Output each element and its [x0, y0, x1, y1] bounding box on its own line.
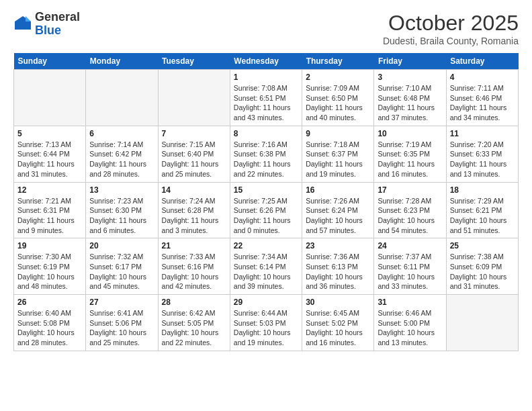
page-container: General Blue October 2025 Dudesti, Brail… [0, 0, 532, 358]
calendar-cell: 18Sunrise: 7:29 AM Sunset: 6:21 PM Dayli… [446, 182, 518, 238]
header-wednesday: Wednesday [230, 53, 302, 70]
day-number: 21 [162, 241, 226, 250]
calendar-cell [446, 295, 518, 351]
day-number: 20 [89, 241, 154, 250]
calendar-cell: 14Sunrise: 7:24 AM Sunset: 6:28 PM Dayli… [158, 182, 230, 238]
cell-info: Sunrise: 7:13 AM Sunset: 6:44 PM Dayligh… [17, 140, 82, 179]
day-number: 22 [234, 241, 298, 250]
calendar-week-5: 26Sunrise: 6:40 AM Sunset: 5:08 PM Dayli… [14, 295, 519, 351]
day-number: 10 [378, 129, 442, 138]
calendar-cell: 22Sunrise: 7:34 AM Sunset: 6:14 PM Dayli… [230, 238, 302, 295]
calendar-cell [86, 70, 158, 126]
month-title: October 2025 [383, 11, 519, 36]
svg-marker-1 [26, 16, 31, 21]
cell-info: Sunrise: 6:45 AM Sunset: 5:02 PM Dayligh… [306, 308, 370, 348]
header: General Blue October 2025 Dudesti, Brail… [13, 11, 519, 46]
day-number: 31 [378, 298, 442, 307]
day-number: 26 [17, 298, 82, 307]
cell-info: Sunrise: 7:20 AM Sunset: 6:33 PM Dayligh… [450, 140, 515, 179]
header-saturday: Saturday [446, 53, 518, 70]
calendar-cell: 21Sunrise: 7:33 AM Sunset: 6:16 PM Dayli… [158, 238, 230, 295]
calendar-cell [158, 70, 230, 126]
header-monday: Monday [86, 53, 158, 70]
logo-blue: Blue [35, 24, 61, 37]
cell-info: Sunrise: 7:36 AM Sunset: 6:13 PM Dayligh… [306, 252, 370, 291]
cell-info: Sunrise: 7:09 AM Sunset: 6:50 PM Dayligh… [306, 83, 370, 123]
calendar-cell: 2Sunrise: 7:09 AM Sunset: 6:50 PM Daylig… [302, 70, 374, 126]
day-number: 5 [17, 129, 82, 138]
day-number: 18 [450, 185, 515, 195]
calendar-cell: 15Sunrise: 7:25 AM Sunset: 6:26 PM Dayli… [230, 182, 302, 238]
calendar-week-4: 19Sunrise: 7:30 AM Sunset: 6:19 PM Dayli… [14, 238, 519, 295]
day-number: 1 [234, 73, 298, 82]
day-number: 23 [306, 241, 370, 250]
calendar-cell: 9Sunrise: 7:18 AM Sunset: 6:37 PM Daylig… [302, 126, 374, 182]
calendar-cell [14, 70, 86, 126]
calendar-cell: 3Sunrise: 7:10 AM Sunset: 6:48 PM Daylig… [374, 70, 446, 126]
calendar-cell: 13Sunrise: 7:23 AM Sunset: 6:30 PM Dayli… [86, 182, 158, 238]
day-number: 29 [234, 298, 298, 307]
calendar-cell: 29Sunrise: 6:44 AM Sunset: 5:03 PM Dayli… [230, 295, 302, 351]
cell-info: Sunrise: 7:19 AM Sunset: 6:35 PM Dayligh… [378, 140, 442, 179]
cell-info: Sunrise: 7:30 AM Sunset: 6:19 PM Dayligh… [17, 252, 82, 291]
cell-info: Sunrise: 6:44 AM Sunset: 5:03 PM Dayligh… [234, 308, 298, 348]
header-friday: Friday [374, 53, 446, 70]
calendar-cell: 24Sunrise: 7:37 AM Sunset: 6:11 PM Dayli… [374, 238, 446, 295]
calendar-cell: 20Sunrise: 7:32 AM Sunset: 6:17 PM Dayli… [86, 238, 158, 295]
calendar-cell: 19Sunrise: 7:30 AM Sunset: 6:19 PM Dayli… [14, 238, 86, 295]
day-number: 3 [378, 73, 442, 82]
cell-info: Sunrise: 7:08 AM Sunset: 6:51 PM Dayligh… [234, 83, 298, 123]
day-number: 25 [450, 241, 515, 250]
calendar-cell: 10Sunrise: 7:19 AM Sunset: 6:35 PM Dayli… [374, 126, 446, 182]
cell-info: Sunrise: 7:33 AM Sunset: 6:16 PM Dayligh… [162, 252, 226, 291]
cell-info: Sunrise: 7:11 AM Sunset: 6:46 PM Dayligh… [450, 83, 515, 123]
logo-icon [13, 15, 32, 34]
cell-info: Sunrise: 7:26 AM Sunset: 6:24 PM Dayligh… [306, 196, 370, 236]
cell-info: Sunrise: 7:23 AM Sunset: 6:30 PM Dayligh… [89, 196, 154, 236]
calendar-cell: 4Sunrise: 7:11 AM Sunset: 6:46 PM Daylig… [446, 70, 518, 126]
day-number: 7 [162, 129, 226, 138]
cell-info: Sunrise: 7:18 AM Sunset: 6:37 PM Dayligh… [306, 140, 370, 179]
day-number: 9 [306, 129, 370, 138]
day-number: 24 [378, 241, 442, 250]
calendar-cell: 16Sunrise: 7:26 AM Sunset: 6:24 PM Dayli… [302, 182, 374, 238]
cell-info: Sunrise: 7:15 AM Sunset: 6:40 PM Dayligh… [162, 140, 226, 179]
header-thursday: Thursday [302, 53, 374, 70]
calendar-cell: 25Sunrise: 7:38 AM Sunset: 6:09 PM Dayli… [446, 238, 518, 295]
calendar-table: Sunday Monday Tuesday Wednesday Thursday… [13, 53, 519, 351]
day-number: 2 [306, 73, 370, 82]
day-number: 11 [450, 129, 515, 138]
calendar-week-1: 1Sunrise: 7:08 AM Sunset: 6:51 PM Daylig… [14, 70, 519, 126]
calendar-cell: 28Sunrise: 6:42 AM Sunset: 5:05 PM Dayli… [158, 295, 230, 351]
day-number: 28 [162, 298, 226, 307]
calendar-cell: 7Sunrise: 7:15 AM Sunset: 6:40 PM Daylig… [158, 126, 230, 182]
day-number: 30 [306, 298, 370, 307]
calendar-cell: 6Sunrise: 7:14 AM Sunset: 6:42 PM Daylig… [86, 126, 158, 182]
logo: General Blue [13, 11, 80, 38]
cell-info: Sunrise: 7:10 AM Sunset: 6:48 PM Dayligh… [378, 83, 442, 123]
cell-info: Sunrise: 7:38 AM Sunset: 6:09 PM Dayligh… [450, 252, 515, 291]
calendar-week-2: 5Sunrise: 7:13 AM Sunset: 6:44 PM Daylig… [14, 126, 519, 182]
calendar-cell: 27Sunrise: 6:41 AM Sunset: 5:06 PM Dayli… [86, 295, 158, 351]
day-number: 27 [89, 298, 154, 307]
cell-info: Sunrise: 7:32 AM Sunset: 6:17 PM Dayligh… [89, 252, 154, 291]
calendar-cell: 1Sunrise: 7:08 AM Sunset: 6:51 PM Daylig… [230, 70, 302, 126]
cell-info: Sunrise: 6:40 AM Sunset: 5:08 PM Dayligh… [17, 308, 82, 348]
calendar-cell: 5Sunrise: 7:13 AM Sunset: 6:44 PM Daylig… [14, 126, 86, 182]
calendar-cell: 31Sunrise: 6:46 AM Sunset: 5:00 PM Dayli… [374, 295, 446, 351]
logo-text: General Blue [35, 11, 80, 38]
location-subtitle: Dudesti, Braila County, Romania [383, 36, 519, 46]
cell-info: Sunrise: 6:41 AM Sunset: 5:06 PM Dayligh… [89, 308, 154, 348]
calendar-cell: 11Sunrise: 7:20 AM Sunset: 6:33 PM Dayli… [446, 126, 518, 182]
calendar-cell: 26Sunrise: 6:40 AM Sunset: 5:08 PM Dayli… [14, 295, 86, 351]
day-number: 8 [234, 129, 298, 138]
day-number: 15 [234, 185, 298, 195]
logo-general: General [35, 10, 80, 24]
day-number: 17 [378, 185, 442, 195]
day-number: 16 [306, 185, 370, 195]
title-block: October 2025 Dudesti, Braila County, Rom… [383, 11, 519, 46]
calendar-cell: 23Sunrise: 7:36 AM Sunset: 6:13 PM Dayli… [302, 238, 374, 295]
cell-info: Sunrise: 7:24 AM Sunset: 6:28 PM Dayligh… [162, 196, 226, 236]
cell-info: Sunrise: 7:37 AM Sunset: 6:11 PM Dayligh… [378, 252, 442, 291]
cell-info: Sunrise: 7:29 AM Sunset: 6:21 PM Dayligh… [450, 196, 515, 236]
